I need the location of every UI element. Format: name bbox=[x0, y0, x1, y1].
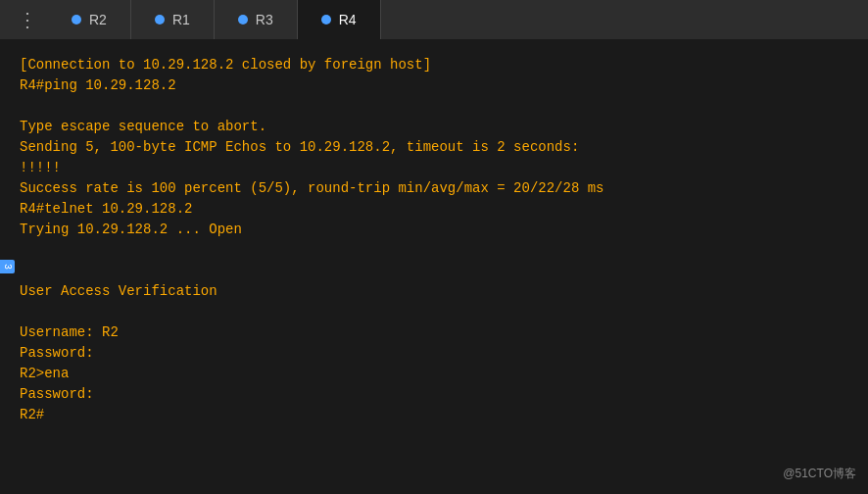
tab-r3[interactable]: R3 bbox=[215, 0, 298, 39]
watermark: @51CTO博客 bbox=[783, 466, 856, 482]
terminal-output: [Connection to 10.29.128.2 closed by for… bbox=[20, 55, 848, 425]
menu-button[interactable]: ⋮ bbox=[8, 8, 48, 32]
tab-r2[interactable]: R2 bbox=[48, 0, 131, 39]
tab-r3-dot bbox=[238, 15, 248, 25]
tab-r1-label: R1 bbox=[172, 12, 190, 27]
tab-r2-label: R2 bbox=[89, 12, 107, 27]
tab-r1-dot bbox=[155, 15, 165, 25]
tab-r4-label: R4 bbox=[339, 12, 357, 27]
tab-bar: ⋮ R2 R1 R3 R4 bbox=[0, 0, 868, 39]
tab-r4-dot bbox=[321, 15, 331, 25]
side-label: 3 bbox=[0, 260, 15, 273]
tab-r3-label: R3 bbox=[256, 12, 273, 27]
tab-r2-dot bbox=[72, 15, 81, 25]
tab-r4[interactable]: R4 bbox=[298, 0, 381, 39]
tab-r1[interactable]: R1 bbox=[131, 0, 215, 39]
terminal-container: 3 [Connection to 10.29.128.2 closed by f… bbox=[0, 39, 868, 494]
